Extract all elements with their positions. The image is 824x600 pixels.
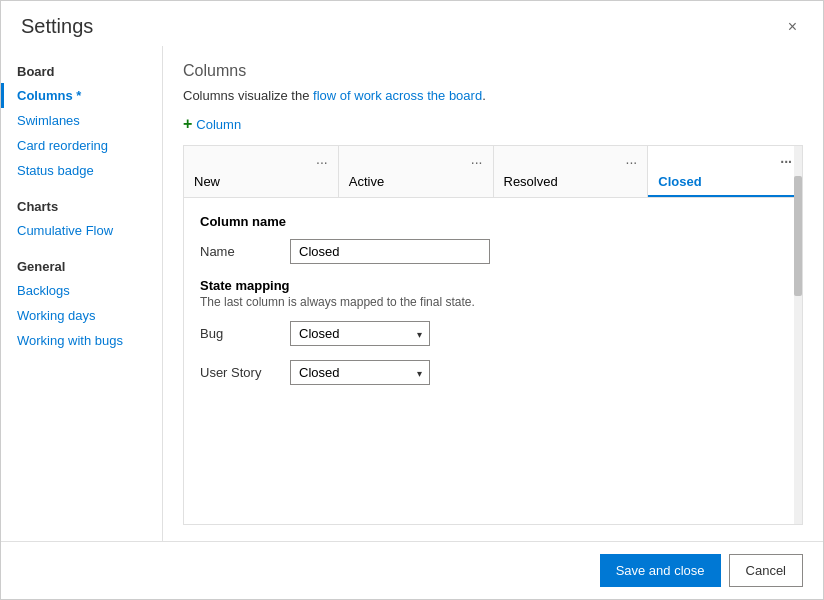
tab-active-label: Active bbox=[349, 174, 483, 189]
sidebar-item-working-with-bugs[interactable]: Working with bugs bbox=[1, 328, 162, 353]
sidebar-item-columns[interactable]: Columns * bbox=[1, 83, 162, 108]
state-mapping-section: State mapping The last column is always … bbox=[200, 278, 782, 385]
save-and-close-button[interactable]: Save and close bbox=[600, 554, 721, 587]
user-story-select[interactable]: Closed Active Resolved bbox=[290, 360, 430, 385]
dialog-footer: Save and close Cancel bbox=[1, 541, 823, 599]
dialog-body: Board Columns * Swimlanes Card reorderin… bbox=[1, 46, 823, 541]
cancel-button[interactable]: Cancel bbox=[729, 554, 803, 587]
state-mapping-title: State mapping bbox=[200, 278, 782, 293]
dialog-header: Settings × bbox=[1, 1, 823, 46]
close-button[interactable]: × bbox=[782, 17, 803, 37]
dialog-title: Settings bbox=[21, 15, 93, 38]
settings-dialog: Settings × Board Columns * Swimlanes Car… bbox=[0, 0, 824, 600]
tab-closed-dots[interactable]: ··· bbox=[780, 154, 792, 170]
tab-active[interactable]: ··· Active bbox=[339, 146, 494, 197]
sidebar: Board Columns * Swimlanes Card reorderin… bbox=[1, 46, 163, 541]
name-label: Name bbox=[200, 244, 290, 259]
name-input[interactable] bbox=[290, 239, 490, 264]
columns-tabs: ··· New ··· Active ··· bbox=[184, 146, 802, 198]
tab-resolved-label: Resolved bbox=[504, 174, 638, 189]
bug-select[interactable]: Closed Active Resolved bbox=[290, 321, 430, 346]
sidebar-section-charts: Charts bbox=[1, 191, 162, 218]
bug-label: Bug bbox=[200, 326, 290, 341]
user-story-select-wrapper: Closed Active Resolved ▾ bbox=[290, 360, 430, 385]
tab-resolved[interactable]: ··· Resolved bbox=[494, 146, 649, 197]
content-description: Columns visualize the flow of work acros… bbox=[183, 88, 803, 103]
sidebar-section-board: Board bbox=[1, 56, 162, 83]
state-mapping-desc: The last column is always mapped to the … bbox=[200, 295, 782, 309]
description-link[interactable]: flow of work across the board bbox=[313, 88, 482, 103]
sidebar-item-working-days[interactable]: Working days bbox=[1, 303, 162, 328]
tab-closed-label: Closed bbox=[658, 174, 792, 189]
tab-new[interactable]: ··· New bbox=[184, 146, 339, 197]
add-column-label: Column bbox=[196, 117, 241, 132]
sidebar-item-cumulative-flow[interactable]: Cumulative Flow bbox=[1, 218, 162, 243]
sidebar-section-general: General bbox=[1, 251, 162, 278]
tab-new-dots[interactable]: ··· bbox=[316, 154, 328, 170]
columns-container: ··· New ··· Active ··· bbox=[183, 145, 803, 525]
tab-resolved-dots[interactable]: ··· bbox=[626, 154, 638, 170]
user-story-form-row: User Story Closed Active Resolved ▾ bbox=[200, 360, 782, 385]
tab-closed[interactable]: ··· Closed bbox=[648, 146, 802, 197]
plus-icon: + bbox=[183, 115, 192, 133]
sidebar-item-card-reordering[interactable]: Card reordering bbox=[1, 133, 162, 158]
sidebar-item-status-badge[interactable]: Status badge bbox=[1, 158, 162, 183]
tab-active-dots[interactable]: ··· bbox=[471, 154, 483, 170]
scroll-thumb[interactable] bbox=[794, 176, 802, 296]
column-name-section-title: Column name bbox=[200, 214, 782, 229]
content-title: Columns bbox=[183, 62, 803, 80]
sidebar-item-swimlanes[interactable]: Swimlanes bbox=[1, 108, 162, 133]
name-form-row: Name bbox=[200, 239, 782, 264]
scroll-track[interactable] bbox=[794, 146, 802, 524]
tab-new-label: New bbox=[194, 174, 328, 189]
content-area: Columns Columns visualize the flow of wo… bbox=[163, 46, 823, 541]
column-detail-content: Column name Name State mapping The last … bbox=[184, 198, 802, 524]
sidebar-item-backlogs[interactable]: Backlogs bbox=[1, 278, 162, 303]
add-column-button[interactable]: + Column bbox=[183, 115, 803, 133]
bug-select-wrapper: Closed Active Resolved ▾ bbox=[290, 321, 430, 346]
user-story-label: User Story bbox=[200, 365, 290, 380]
bug-form-row: Bug Closed Active Resolved ▾ bbox=[200, 321, 782, 346]
